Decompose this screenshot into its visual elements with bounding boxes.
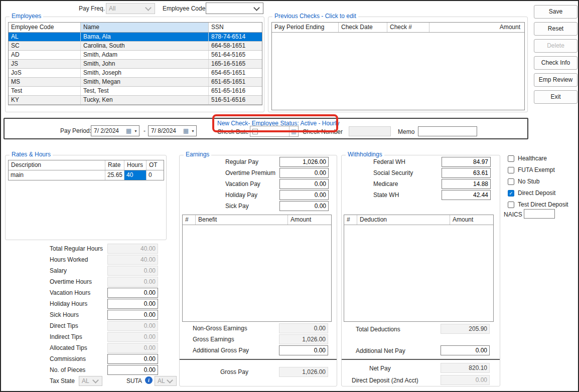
field-input[interactable]: 14.88 [442,179,491,189]
payroll-check-window: Pay Freq. All Employee Code Employees Em… [0,0,579,392]
healthcare-checkbox[interactable]: Healthcare [508,154,547,162]
ot-value-cell[interactable]: 0 [147,170,164,180]
benefit-number-column-header[interactable]: # [183,215,196,225]
field-input[interactable]: 84.97 [442,157,491,167]
check-number-field [349,126,391,136]
field-label: Direct Tips [50,322,78,329]
calendar-icon: ▦ [289,126,298,136]
direct-deposit-checkbox[interactable]: Direct Deposit [508,189,555,197]
earnings-field-row: Regular Pay 1,026.00 [225,157,329,167]
rate-column-header[interactable]: Rate [105,160,124,170]
rate-row[interactable]: main 25.65 40 0 [9,170,164,180]
field-label: No. of Pieces [50,366,85,373]
check-date-datepicker[interactable]: ▦ [250,126,299,137]
deduction-column-header[interactable]: Deduction [357,215,450,225]
field-input[interactable]: 0.00 [107,299,158,309]
employee-ssn-cell: 165-16-5165 [209,60,262,68]
benefit-amount-column-header[interactable]: Amount [288,215,331,225]
field-input[interactable]: 0.00 [279,190,329,200]
employee-code-column-header[interactable]: Employee Code [9,23,81,32]
field-input[interactable]: 0.00 [279,168,329,178]
ssn-column-header[interactable]: SSN [209,23,262,32]
ot-column-header[interactable]: OT [147,160,164,170]
field-input[interactable]: 1,026.00 [279,157,329,167]
employee-row[interactable]: JS Smith, John 165-16-5165 [9,60,262,69]
naics-field[interactable] [524,209,555,219]
employee-code-label: Employee Code [163,5,205,12]
name-column-header[interactable]: Name [81,23,209,32]
calendar-icon: ▦ [182,128,190,134]
employee-ssn-cell: 664-58-1651 [209,42,262,50]
employee-ssn-cell: 651-65-1651 [209,78,262,86]
field-label: Sick Pay [225,203,249,210]
no-stub-checkbox[interactable]: No Stub [508,177,539,185]
memo-field[interactable] [418,126,477,136]
calendar-icon: ▦ [125,128,132,134]
field-input[interactable]: 0.00 [279,345,328,355]
employee-row[interactable]: KY Tucky, Ken 516-51-6516 [9,96,262,105]
field-label: Regular Pay [225,158,258,165]
naics-label: NAICS [504,211,522,218]
description-column-header[interactable]: Description [9,160,105,170]
checkbox-label: Healthcare [518,155,547,162]
field-label: Overtime Hours [50,278,92,285]
amount-column-header[interactable]: Amount [429,23,524,32]
employee-row[interactable]: SC Carolina, South 664-58-1651 [9,42,262,51]
employee-row[interactable]: JoS Smith, Joseph 654-65-1651 [9,69,262,78]
employee-code-cell: KY [9,96,81,104]
earnings-group-title: Earnings [184,151,211,158]
field-input[interactable]: 0.00 [279,201,329,211]
field-input[interactable]: 0.00 [279,179,329,189]
hours-field-row: Allocated Tips 0.00 [50,343,158,353]
employee-code-select[interactable] [206,3,263,14]
pay-period-end-datepicker[interactable]: 7/ 8/2024 ▦ ▼ [148,125,197,136]
employee-code-cell: Test [9,87,81,95]
test-direct-deposit-checkbox[interactable]: Test Direct Deposit [508,201,568,209]
field-input[interactable]: 0.00 [107,288,158,298]
gross-pay-label: Gross Pay [220,368,248,375]
field-label: Non-Gross Earnings [193,325,247,332]
pay-period-range-separator: - [143,127,146,134]
chevron-down-icon [92,377,99,383]
deduction-amount-column-header[interactable]: Amount [450,215,493,225]
earnings-field-row: Sick Pay 0.00 [225,201,329,211]
employee-row[interactable]: AL Bama, Ala 878-74-6514 [9,33,262,42]
field-input[interactable]: 0.00 [107,310,158,320]
additional-net-pay-field[interactable]: 0.00 [441,345,490,355]
checkbox-icon [508,190,514,197]
checkbox-icon [508,202,514,208]
field-input[interactable]: 0.00 [107,365,158,375]
field-label: Social Security [373,169,413,176]
employee-row[interactable]: MS Smith, Megan 651-65-1651 [9,78,262,87]
withholding-field-row: State WH 42.44 [373,190,491,200]
exit-button[interactable]: Exit [534,90,577,104]
field-input[interactable]: 63.61 [442,168,491,178]
benefit-column-header[interactable]: Benefit [196,215,288,225]
field-input: 0.00 [107,266,158,276]
employee-row[interactable]: Test Test, Test 651-65-1616 [9,87,262,96]
field-input[interactable]: 0.00 [107,354,158,364]
rate-value-cell[interactable]: 25.65 [105,170,124,180]
suta-select: AL [155,376,177,386]
field-label: Total Regular Hours [50,245,103,252]
hours-column-header[interactable]: Hours [124,160,147,170]
save-button[interactable]: Save [534,5,577,19]
employee-name-cell: Tucky, Ken [81,96,209,104]
pay-period-end-value: 7/ 8/2024 [149,127,182,134]
check-info-button[interactable]: Check Info [534,56,577,70]
check-number-column-header[interactable]: Check # [387,23,429,32]
pay-period-start-datepicker[interactable]: 7/ 2/2024 ▦ ▼ [91,125,139,136]
field-input[interactable]: 42.44 [442,190,491,200]
pay-period-ending-column-header[interactable]: Pay Period Ending [272,23,339,32]
deduction-number-column-header[interactable]: # [344,215,357,225]
hours-field-row: Commissions 0.00 [50,354,158,364]
checkbox-icon[interactable] [252,129,258,134]
reset-button[interactable]: Reset [534,22,577,36]
hours-value-cell[interactable]: 40 [124,170,147,180]
employee-row[interactable]: AD Smith, Adam 561-64-5165 [9,51,262,60]
suta-info-icon[interactable]: i [145,376,153,384]
check-date-column-header[interactable]: Check Date [339,23,387,32]
employee-name-cell: Carolina, South [81,42,209,50]
futa-exempt-checkbox[interactable]: FUTA Exempt [508,166,555,174]
emp-review-button[interactable]: Emp Review [534,73,577,87]
